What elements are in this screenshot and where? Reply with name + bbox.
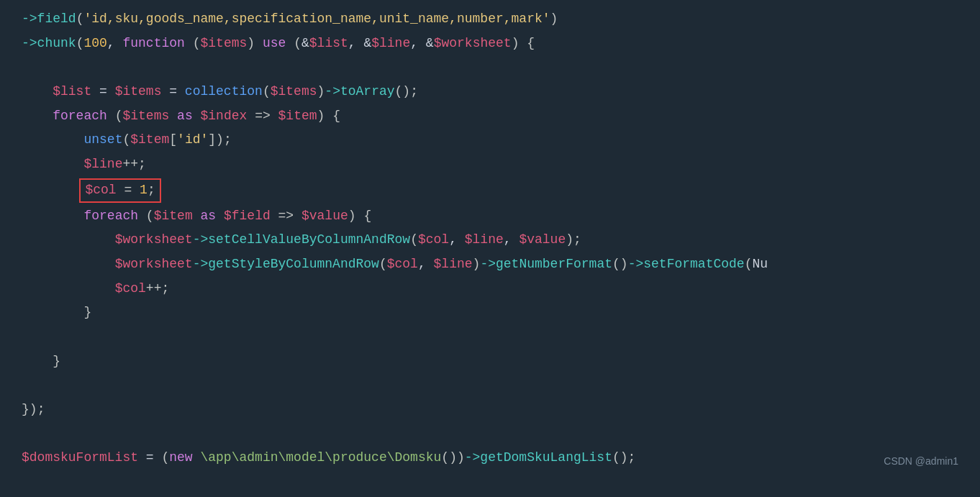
code-line-2: ->chunk(100, function ($items) use (&$li…: [22, 32, 958, 56]
code-line-18: [22, 422, 958, 447]
code-line-6: unset($item['id']);: [22, 128, 958, 152]
code-line-10: $worksheet->setCellValueByColumnAndRow($…: [22, 228, 958, 252]
code-line-5: foreach ($items as $index => $item) {: [22, 104, 958, 129]
code-line-16: [22, 373, 958, 398]
code-line-9: foreach ($item as $field => $value) {: [22, 204, 958, 229]
code-line-8: $col = 1;: [22, 177, 958, 204]
code-line-4: $list = $items = collection($items)->toA…: [22, 80, 958, 104]
code-line-17: });: [22, 398, 958, 422]
code-container: ->field('id,sku,goods_name,specification…: [0, 0, 980, 478]
code-line-1: ->field('id,sku,goods_name,specification…: [22, 7, 958, 32]
code-line-11: $worksheet->getStyleByColumnAndRow($col,…: [22, 252, 958, 277]
code-line-19: $domskuFormList = (new \app\admin\model\…: [22, 446, 958, 470]
highlighted-col-line: $col = 1;: [83, 178, 160, 203]
code-line-12: $col++;: [22, 277, 958, 301]
code-line-14: [22, 325, 958, 350]
code-line-13: }: [22, 301, 958, 325]
code-line-15: }: [22, 350, 958, 374]
code-line-7: $line++;: [22, 152, 958, 177]
watermark: CSDN @admin1: [884, 453, 958, 469]
code-line-3: [22, 55, 958, 80]
